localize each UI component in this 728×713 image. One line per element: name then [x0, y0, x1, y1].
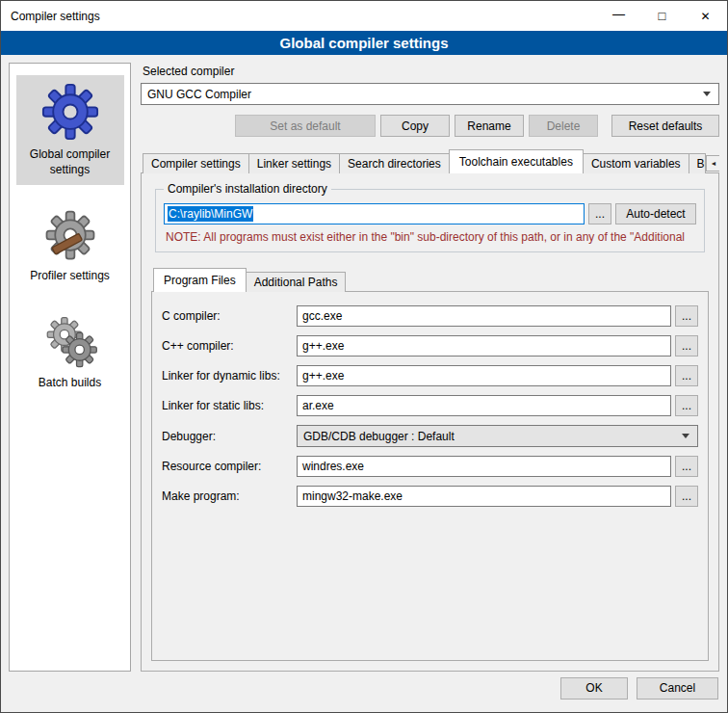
dialog-footer: OK Cancel: [1, 673, 727, 712]
settings-category-sidebar: Global compiler settings: [9, 63, 131, 672]
set-as-default-button: Set as default: [235, 115, 376, 137]
auto-detect-button[interactable]: Auto-detect: [615, 203, 696, 224]
titlebar: Compiler settings — □ ✕: [1, 1, 727, 31]
sidebar-item-batch-builds[interactable]: Batch builds: [16, 307, 124, 399]
minimize-button[interactable]: —: [597, 1, 640, 31]
sidebar-item-label: Global compiler settings: [18, 147, 122, 177]
form-row-debugger: Debugger: GDB/CDB debugger : Default: [162, 425, 698, 447]
resource-compiler-input[interactable]: windres.exe: [297, 456, 671, 477]
form-row-resource-compiler: Resource compiler: windres.exe ...: [162, 456, 698, 477]
c-compiler-input[interactable]: gcc.exe: [297, 305, 671, 327]
program-files-tabstrip: Program Files Additional Paths: [151, 268, 709, 292]
browse-directory-button[interactable]: ...: [588, 203, 611, 224]
form-row-static-linker: Linker for static libs: ar.exe ...: [162, 395, 698, 416]
main-content: Selected compiler GNU GCC Compiler Set a…: [141, 63, 719, 672]
rename-button[interactable]: Rename: [455, 115, 524, 137]
cpp-compiler-input[interactable]: g++.exe: [297, 335, 671, 356]
dialog-header: Global compiler settings: [1, 31, 727, 55]
dynamic-linker-label: Linker for dynamic libs:: [162, 369, 297, 383]
blue-gear-icon: [41, 83, 99, 141]
installation-directory-groupbox: Compiler's installation directory C:\ray…: [155, 189, 705, 252]
tab-custom-variables[interactable]: Custom variables: [583, 153, 689, 173]
c-compiler-label: C compiler:: [162, 309, 297, 323]
close-icon: ✕: [700, 10, 710, 23]
dynamic-linker-browse-button[interactable]: ...: [675, 365, 698, 386]
sidebar-item-profiler-settings[interactable]: Profiler settings: [16, 200, 124, 292]
tab-search-directories[interactable]: Search directories: [339, 153, 450, 173]
cpp-compiler-browse-button[interactable]: ...: [675, 335, 698, 356]
sidebar-item-label: Batch builds: [39, 376, 101, 391]
dynamic-linker-value: g++.exe: [302, 369, 344, 383]
batch-builds-gears-icon: [43, 315, 97, 369]
resource-compiler-label: Resource compiler:: [162, 460, 297, 473]
installation-directory-row: C:\raylib\MinGW ... Auto-detect: [164, 203, 696, 224]
installation-directory-title: Compiler's installation directory: [164, 182, 331, 196]
dialog-body: Global compiler settings: [1, 55, 727, 673]
tab-compiler-settings[interactable]: Compiler settings: [143, 153, 249, 173]
program-files-panel: C compiler: gcc.exe ... C++ compiler: g+…: [151, 291, 709, 661]
cpp-compiler-value: g++.exe: [302, 339, 344, 353]
sidebar-item-global-compiler-settings[interactable]: Global compiler settings: [16, 75, 124, 185]
tab-linker-settings[interactable]: Linker settings: [248, 153, 340, 173]
minimize-icon: —: [612, 7, 625, 21]
c-compiler-value: gcc.exe: [302, 309, 342, 323]
tab-additional-paths[interactable]: Additional Paths: [246, 272, 347, 292]
cpp-compiler-label: C++ compiler:: [162, 339, 297, 353]
tab-toolchain-executables[interactable]: Toolchain executables: [449, 149, 584, 173]
tab-scrollers: ◄ ►: [705, 155, 719, 173]
delete-button: Delete: [529, 115, 598, 137]
compiler-actions: Set as default Copy Rename Delete Reset …: [141, 115, 719, 137]
resource-compiler-browse-button[interactable]: ...: [675, 456, 698, 477]
window-title: Compiler settings: [1, 1, 597, 31]
sidebar-item-label: Profiler settings: [30, 269, 110, 284]
debugger-value: GDB/CDB debugger : Default: [303, 430, 682, 443]
resource-compiler-value: windres.exe: [302, 460, 364, 473]
installation-directory-input[interactable]: C:\raylib\MinGW: [164, 203, 585, 224]
profiler-gear-icon: [43, 208, 97, 262]
selected-compiler-label: Selected compiler: [143, 65, 719, 78]
form-row-dynamic-linker: Linker for dynamic libs: g++.exe ...: [162, 365, 698, 386]
settings-tabstrip: Compiler settings Linker settings Search…: [141, 149, 719, 173]
maximize-icon: □: [659, 9, 666, 23]
tab-build-options[interactable]: Buil: [689, 153, 706, 173]
make-program-label: Make program:: [162, 489, 297, 503]
c-compiler-browse-button[interactable]: ...: [675, 305, 698, 327]
maximize-button[interactable]: □: [640, 1, 684, 31]
reset-defaults-button[interactable]: Reset defaults: [611, 115, 719, 137]
debugger-select[interactable]: GDB/CDB debugger : Default: [297, 425, 698, 447]
selected-compiler-select[interactable]: GNU GCC Compiler: [141, 83, 719, 105]
copy-button[interactable]: Copy: [380, 115, 450, 137]
form-row-make-program: Make program: mingw32-make.exe ...: [162, 486, 698, 507]
installation-directory-value: C:\raylib\MinGW: [168, 206, 253, 222]
chevron-down-icon: [703, 92, 711, 96]
compiler-settings-window: Compiler settings — □ ✕ Global compiler …: [0, 0, 728, 713]
form-row-cpp-compiler: C++ compiler: g++.exe ...: [162, 335, 698, 356]
make-program-input[interactable]: mingw32-make.exe: [297, 486, 671, 507]
tab-program-files[interactable]: Program Files: [153, 268, 247, 292]
close-button[interactable]: ✕: [684, 1, 727, 31]
static-linker-value: ar.exe: [302, 399, 334, 412]
ok-button[interactable]: OK: [560, 677, 628, 700]
tab-scroll-left-icon[interactable]: ◄: [706, 155, 719, 172]
dynamic-linker-input[interactable]: g++.exe: [297, 365, 671, 386]
static-linker-browse-button[interactable]: ...: [675, 395, 698, 416]
toolchain-executables-panel: Compiler's installation directory C:\ray…: [141, 172, 719, 672]
chevron-down-icon: [682, 434, 689, 438]
selected-compiler-value: GNU GCC Compiler: [147, 88, 703, 101]
installation-directory-note: NOTE: All programs must exist either in …: [166, 230, 694, 244]
cancel-button[interactable]: Cancel: [637, 677, 718, 700]
static-linker-input[interactable]: ar.exe: [297, 395, 671, 416]
make-program-browse-button[interactable]: ...: [675, 486, 698, 507]
make-program-value: mingw32-make.exe: [302, 489, 403, 503]
static-linker-label: Linker for static libs:: [162, 399, 297, 412]
debugger-label: Debugger:: [162, 430, 297, 443]
form-row-c-compiler: C compiler: gcc.exe ...: [162, 305, 698, 327]
